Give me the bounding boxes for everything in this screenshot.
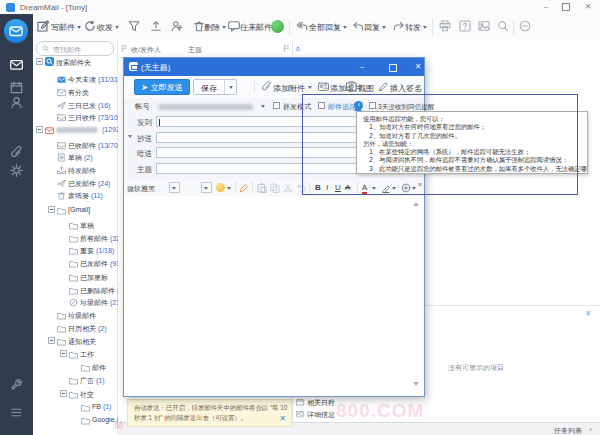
folder-tree-item[interactable]: 草稿 bbox=[33, 220, 118, 231]
reply-button[interactable]: 回复 bbox=[364, 22, 380, 33]
flag-column-icon[interactable] bbox=[121, 45, 128, 53]
folder-tree-item[interactable]: 垃圾邮件 (215/377) bbox=[33, 297, 118, 308]
delete-caret-icon[interactable] bbox=[222, 26, 226, 29]
status-ball-icon[interactable] bbox=[271, 20, 284, 33]
detail-info-item[interactable]: 详细信息 bbox=[296, 410, 335, 420]
folder-tree-item[interactable]: 搜索邮件夹 bbox=[33, 57, 118, 68]
expand-icon[interactable] bbox=[48, 206, 55, 213]
folder-tree-item[interactable]: 今天未读 (31/31) bbox=[33, 74, 118, 85]
folder-tree-item[interactable]: 已删除邮件 (68/159) bbox=[33, 285, 118, 296]
strike-button[interactable]: A bbox=[345, 183, 350, 192]
expand-icon[interactable] bbox=[36, 58, 43, 65]
reply-all-button[interactable]: 全部回复 bbox=[309, 22, 341, 33]
add-attachment-button[interactable]: 添加附件 bbox=[273, 83, 305, 94]
highlight-button[interactable] bbox=[381, 183, 391, 194]
folder-tree-item[interactable]: 已收邮件 (13/705) bbox=[33, 140, 118, 151]
related-schedule-item[interactable]: 相关日程 bbox=[296, 398, 335, 408]
minimize-button[interactable]: – bbox=[540, 1, 552, 12]
tracking-checkbox[interactable] bbox=[318, 102, 325, 109]
copy-icon[interactable] bbox=[270, 183, 280, 194]
forward-button[interactable]: 转发 bbox=[405, 22, 421, 33]
zoom-icon[interactable] bbox=[497, 20, 509, 33]
emoji-icon[interactable] bbox=[216, 183, 225, 192]
collapse-pane-icon[interactable]: « bbox=[293, 46, 303, 51]
bold-button[interactable]: B bbox=[315, 183, 321, 192]
send-queue-icon[interactable] bbox=[150, 20, 162, 33]
folder-tree-item[interactable]: 已发邮件 (93) bbox=[33, 258, 118, 269]
dialog-close-icon[interactable]: ✕ bbox=[413, 62, 423, 71]
font-caret-box[interactable] bbox=[169, 182, 180, 193]
mass-mode-label[interactable]: 群发模式 bbox=[283, 102, 311, 112]
flag-column-icon2[interactable] bbox=[283, 45, 290, 53]
highlight-caret-icon[interactable] bbox=[392, 187, 396, 190]
italic-button[interactable]: I bbox=[326, 183, 328, 192]
folder-tree-item[interactable]: 已发邮件 (24) bbox=[33, 178, 118, 189]
undo-icon[interactable] bbox=[296, 183, 306, 194]
forward-caret-icon[interactable] bbox=[423, 26, 427, 29]
save-caret-icon[interactable] bbox=[229, 86, 233, 89]
print-icon[interactable] bbox=[439, 20, 451, 33]
folder-tree-item[interactable]: 废纸篓 (11) bbox=[33, 190, 118, 201]
folder-tree-item[interactable]: 三日已发 (16) bbox=[33, 100, 118, 111]
mass-mode-checkbox[interactable] bbox=[273, 102, 280, 109]
editor-scroll-up-icon[interactable] bbox=[413, 202, 419, 206]
folder-tree-item[interactable]: Google (1) bbox=[33, 415, 118, 426]
contact-icon[interactable] bbox=[171, 20, 183, 33]
dialog-maximize-icon[interactable] bbox=[388, 64, 398, 74]
folder-tree-item[interactable]: 重要 (1/18) bbox=[33, 245, 118, 256]
reply-caret-icon[interactable] bbox=[382, 26, 386, 29]
folder-tree-item[interactable]: 邮件 bbox=[33, 362, 118, 373]
rail-settings-icon[interactable] bbox=[10, 164, 23, 178]
expand-icon[interactable] bbox=[48, 337, 55, 344]
font-color-caret-icon[interactable] bbox=[372, 187, 376, 190]
tracking-label[interactable]: 邮件追踪 bbox=[328, 102, 356, 112]
task-list-chevron-icon[interactable]: ‹ bbox=[589, 425, 592, 434]
send-receive-button[interactable]: 收发 bbox=[97, 22, 113, 33]
notification-close-icon[interactable]: ✕ bbox=[279, 414, 286, 423]
insert-link-button[interactable] bbox=[401, 183, 411, 194]
font-name[interactable]: 微软雅黑 bbox=[127, 184, 155, 194]
folder-tree-item[interactable]: 工作 bbox=[33, 349, 118, 360]
font-color-button[interactable]: A bbox=[362, 183, 367, 194]
image-icon[interactable] bbox=[478, 20, 490, 33]
more-tools-icon[interactable]: » bbox=[418, 181, 422, 188]
compose-button[interactable]: 写邮件 bbox=[51, 22, 75, 33]
dialog-minimize-icon[interactable]: – bbox=[357, 62, 367, 71]
compose-caret-icon[interactable] bbox=[77, 26, 81, 29]
folder-tree-item[interactable]: 三日收件 (73/106) bbox=[33, 112, 118, 123]
message-body-editor[interactable] bbox=[124, 196, 424, 392]
task-list-label[interactable]: 任务列表 bbox=[554, 426, 582, 435]
folder-tree-item[interactable]: 广告 (1) bbox=[33, 375, 118, 386]
link-caret-icon[interactable] bbox=[412, 187, 416, 190]
folder-tree-item[interactable]: 草稿 (2) bbox=[33, 152, 118, 163]
rail-mail-icon[interactable] bbox=[10, 58, 23, 72]
expand-icon[interactable] bbox=[60, 350, 67, 357]
folder-tree-item[interactable]: 垃圾邮件 bbox=[33, 310, 118, 321]
cc-collapse-icon[interactable] bbox=[128, 135, 132, 138]
expand-icon[interactable] bbox=[36, 126, 43, 133]
attach-caret-icon[interactable] bbox=[308, 86, 312, 89]
send-receive-caret-icon[interactable] bbox=[115, 26, 119, 29]
insert-signature-button[interactable]: 插入签名 bbox=[390, 83, 422, 94]
delete-button[interactable]: 删除 bbox=[204, 22, 220, 33]
maximize-button[interactable] bbox=[560, 3, 572, 14]
column-sender[interactable]: 收/发件人 bbox=[131, 45, 161, 55]
rail-menu-icon[interactable] bbox=[10, 406, 23, 420]
cut-icon[interactable] bbox=[283, 183, 293, 194]
column-subject[interactable]: 主题 bbox=[188, 45, 202, 55]
rail-wrench-icon[interactable] bbox=[10, 378, 23, 392]
expand-bottom-icon[interactable]: « bbox=[583, 310, 593, 315]
folder-tree-item[interactable]: 已加星标 bbox=[33, 272, 118, 283]
format-painter-icon[interactable] bbox=[239, 183, 249, 194]
rail-calendar-icon[interactable] bbox=[10, 81, 23, 95]
rail-attachment-icon[interactable] bbox=[10, 146, 23, 160]
paste-icon[interactable] bbox=[257, 183, 267, 194]
reply-all-caret-icon[interactable] bbox=[343, 26, 347, 29]
filter-icon[interactable] bbox=[128, 20, 140, 33]
close-button[interactable]: ✕ bbox=[582, 1, 594, 12]
account-caret-icon[interactable] bbox=[261, 105, 265, 108]
size-caret-box[interactable] bbox=[201, 182, 212, 193]
folder-tree-item[interactable]: 社交 bbox=[33, 389, 118, 400]
folder-tree-item[interactable]: 日历相关 (2) bbox=[33, 323, 118, 334]
collapse-icon[interactable] bbox=[519, 20, 531, 33]
